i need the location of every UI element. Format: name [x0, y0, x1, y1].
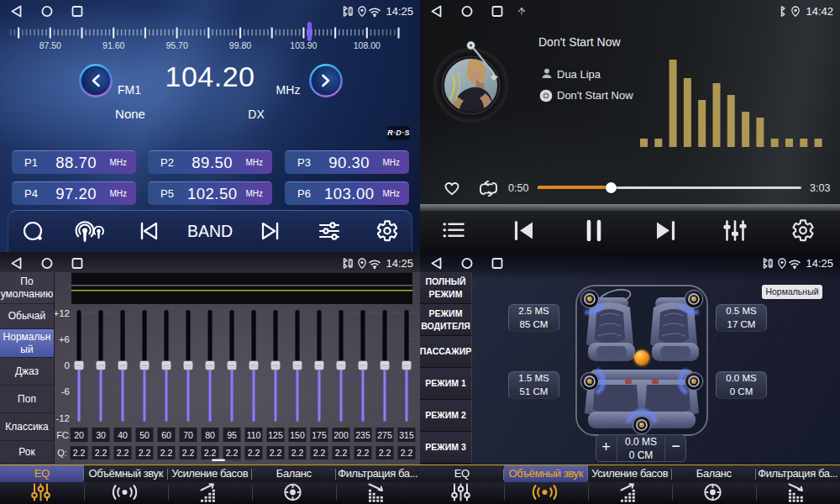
svg-text:2.2: 2.2 [95, 448, 108, 458]
svg-text:103.90: 103.90 [290, 40, 317, 50]
svg-text:-12: -12 [55, 413, 70, 423]
svg-text:14:25: 14:25 [806, 257, 833, 270]
svg-text:2.2: 2.2 [160, 448, 173, 458]
svg-text:FC:: FC: [56, 430, 71, 440]
svg-text:87.50: 87.50 [39, 40, 61, 50]
svg-text:108.00: 108.00 [354, 40, 381, 50]
svg-text:BAND: BAND [187, 222, 233, 240]
svg-text:110: 110 [247, 430, 261, 440]
svg-text:2.2: 2.2 [291, 448, 304, 458]
svg-text:2.2: 2.2 [357, 448, 370, 458]
svg-text:175: 175 [312, 430, 327, 440]
svg-text:2.2: 2.2 [73, 448, 86, 458]
svg-text:2.2: 2.2 [226, 448, 239, 458]
svg-text:2.2: 2.2 [379, 448, 391, 458]
svg-text:2.2: 2.2 [248, 448, 260, 458]
svg-text:2.2: 2.2 [401, 448, 413, 458]
svg-text:60: 60 [161, 430, 171, 440]
svg-text:2.2: 2.2 [117, 448, 129, 458]
svg-text:+12: +12 [53, 308, 70, 318]
svg-text:+6: +6 [59, 334, 70, 344]
svg-text:Q:: Q: [57, 448, 67, 458]
svg-text:80: 80 [205, 430, 215, 440]
svg-text:40: 40 [118, 430, 128, 440]
svg-text:91.60: 91.60 [102, 40, 124, 50]
svg-text:2.2: 2.2 [335, 448, 348, 458]
svg-text:70: 70 [183, 430, 193, 440]
svg-text:2.2: 2.2 [182, 448, 195, 458]
svg-text:150: 150 [290, 430, 305, 440]
svg-text:275: 275 [377, 430, 392, 440]
svg-text:2.2: 2.2 [313, 448, 326, 458]
svg-text:14:42: 14:42 [806, 5, 833, 18]
svg-text:235: 235 [355, 430, 370, 440]
svg-text:200: 200 [333, 430, 349, 440]
svg-text:95: 95 [227, 430, 237, 440]
svg-text:315: 315 [399, 430, 414, 440]
svg-text:20: 20 [74, 430, 84, 440]
svg-text:2.2: 2.2 [204, 448, 217, 458]
svg-text:99.80: 99.80 [229, 40, 251, 50]
svg-text:2.2: 2.2 [139, 448, 151, 458]
svg-text:-6: -6 [61, 386, 70, 396]
svg-text:95.70: 95.70 [165, 40, 187, 50]
svg-text:125: 125 [268, 430, 283, 440]
svg-text:30: 30 [96, 430, 106, 440]
svg-text:2.2: 2.2 [270, 448, 282, 458]
svg-text:50: 50 [139, 430, 150, 440]
svg-text:0: 0 [65, 360, 70, 370]
